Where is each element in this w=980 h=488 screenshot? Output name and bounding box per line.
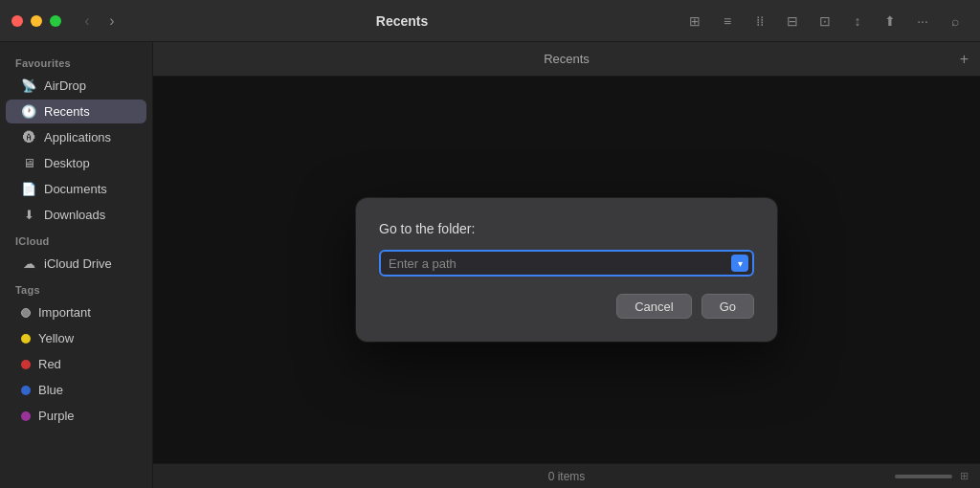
downloads-icon: ⬇ <box>21 208 36 222</box>
content-area: Recents + Go to the folder: ▾ Cancel Go <box>153 42 980 488</box>
sidebar-item-documents[interactable]: 📄 Documents <box>6 177 146 201</box>
sidebar-item-label: iCloud Drive <box>44 256 112 271</box>
favorites-label: Favourites <box>0 50 152 73</box>
dialog-title: Go to the folder: <box>379 221 754 236</box>
file-content: Go to the folder: ▾ Cancel Go <box>153 77 980 463</box>
tag-yellow-dot <box>21 334 31 344</box>
dropdown-arrow-icon[interactable]: ▾ <box>731 255 748 272</box>
tag-important-dot <box>21 308 31 318</box>
close-button[interactable] <box>11 15 23 27</box>
sidebar-item-label: Recents <box>44 104 90 119</box>
sidebar-item-label: Important <box>38 305 91 320</box>
tag-purple-dot <box>21 411 31 421</box>
maximize-button[interactable] <box>50 15 61 27</box>
recents-icon: 🕐 <box>21 104 36 119</box>
main-layout: Favourites 📡 AirDrop 🕐 Recents 🅐 Applica… <box>0 42 980 488</box>
back-button[interactable]: ‹ <box>77 11 98 32</box>
sidebar-item-label: Red <box>38 357 61 371</box>
action-icon[interactable]: ··· <box>909 11 936 32</box>
group-icon[interactable]: ⊡ <box>812 11 838 32</box>
modal-overlay: Go to the folder: ▾ Cancel Go <box>153 77 980 463</box>
sidebar-item-icloud-drive[interactable]: ☁ iCloud Drive <box>6 252 146 276</box>
sidebar-item-label: Downloads <box>44 208 105 222</box>
sidebar-item-label: Applications <box>44 130 111 144</box>
content-header: Recents + <box>153 42 980 77</box>
tag-red-dot <box>21 360 31 369</box>
sidebar-item-label: Blue <box>38 383 63 397</box>
title-bar: ‹ › Recents ⊞ ≡ ⁞⁞ ⊟ ⊡ ↕ ⬆ ··· ⌕ <box>0 0 980 42</box>
content-header-label: Recents <box>544 52 590 66</box>
tag-blue-dot <box>21 386 31 395</box>
sidebar: Favourites 📡 AirDrop 🕐 Recents 🅐 Applica… <box>0 42 153 488</box>
window-controls <box>11 15 61 27</box>
documents-icon: 📄 <box>21 182 36 196</box>
list-icon[interactable]: ≡ <box>714 11 741 32</box>
tags-label: Tags <box>0 277 152 299</box>
column-icon[interactable]: ⁞⁞ <box>746 11 773 32</box>
search-icon[interactable]: ⌕ <box>942 11 969 32</box>
dialog-buttons: Cancel Go <box>379 294 754 319</box>
icloud-icon: ☁ <box>21 256 36 271</box>
item-count: 0 items <box>548 470 586 483</box>
sidebar-item-label: AirDrop <box>44 78 86 93</box>
add-tab-button[interactable]: + <box>960 51 969 68</box>
status-bar-right: ⊞ <box>895 470 969 482</box>
cancel-button[interactable]: Cancel <box>616 294 691 319</box>
toolbar-icons: ⊞ ≡ ⁞⁞ ⊟ ⊡ ↕ ⬆ ··· ⌕ <box>681 11 969 32</box>
desktop-icon: 🖥 <box>21 156 36 170</box>
sidebar-item-downloads[interactable]: ⬇ Downloads <box>6 203 146 227</box>
share-icon[interactable]: ⬆ <box>877 11 903 32</box>
sidebar-item-tag-yellow[interactable]: Yellow <box>6 326 146 350</box>
sidebar-item-recents[interactable]: 🕐 Recents <box>6 100 146 123</box>
forward-button[interactable]: › <box>101 11 122 32</box>
title-text: Recents <box>376 13 428 29</box>
sidebar-item-tag-important[interactable]: Important <box>6 300 146 324</box>
sidebar-item-tag-purple[interactable]: Purple <box>6 404 146 428</box>
path-input[interactable] <box>379 250 754 277</box>
go-to-folder-dialog: Go to the folder: ▾ Cancel Go <box>356 198 777 342</box>
view-size-icon: ⊞ <box>960 470 969 482</box>
sidebar-item-tag-blue[interactable]: Blue <box>6 378 146 402</box>
airdrop-icon: 📡 <box>21 78 36 93</box>
minimize-button[interactable] <box>31 15 42 27</box>
sidebar-item-label: Documents <box>44 182 107 196</box>
sidebar-item-label: Yellow <box>38 331 74 345</box>
applications-icon: 🅐 <box>21 130 36 144</box>
window-title: Recents <box>130 13 674 29</box>
gallery-icon[interactable]: ⊟ <box>779 11 806 32</box>
sidebar-item-applications[interactable]: 🅐 Applications <box>6 125 146 149</box>
sidebar-item-desktop[interactable]: 🖥 Desktop <box>6 151 146 175</box>
view-icon[interactable]: ⊞ <box>681 11 708 32</box>
sort-icon[interactable]: ↕ <box>844 11 871 32</box>
path-input-container: ▾ <box>379 250 754 277</box>
zoom-slider[interactable] <box>895 475 952 478</box>
sidebar-item-label: Desktop <box>44 156 90 170</box>
sidebar-item-tag-red[interactable]: Red <box>6 352 146 376</box>
icloud-label: iCloud <box>0 228 152 251</box>
go-button[interactable]: Go <box>702 294 754 319</box>
sidebar-item-label: Purple <box>38 409 75 423</box>
nav-buttons: ‹ › <box>77 11 122 32</box>
sidebar-item-airdrop[interactable]: 📡 AirDrop <box>6 74 146 98</box>
status-bar: 0 items ⊞ <box>153 463 980 488</box>
